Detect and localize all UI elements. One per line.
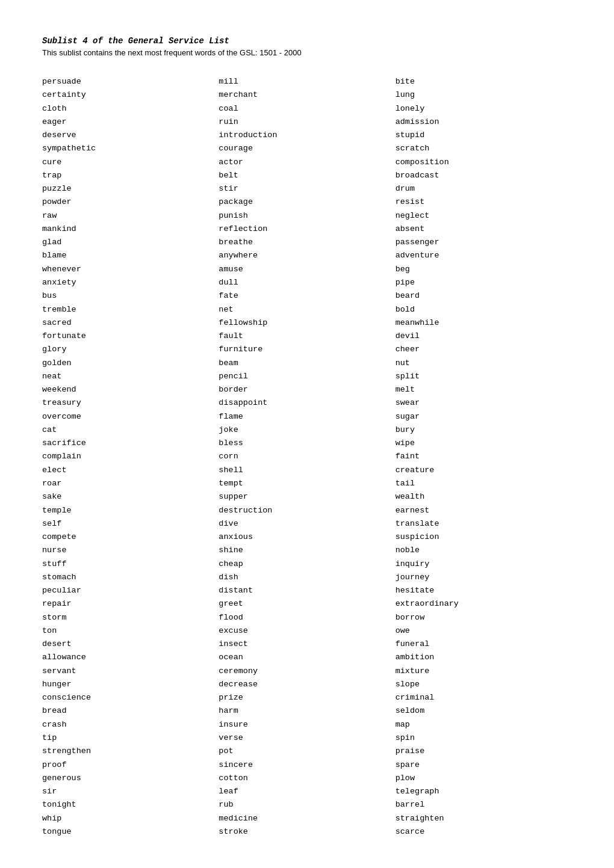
list-item: eager	[42, 115, 219, 129]
column-1: persuadecertaintyclotheagerdeservesympat…	[42, 75, 219, 839]
list-item: whip	[42, 812, 219, 825]
list-item: neglect	[395, 209, 572, 223]
list-item: destruction	[219, 504, 395, 517]
list-item: bury	[395, 423, 572, 437]
list-item: dish	[219, 571, 395, 584]
list-item: split	[395, 370, 572, 383]
list-item: bread	[42, 704, 219, 718]
list-item: stupid	[395, 129, 572, 142]
list-item: admission	[395, 115, 572, 129]
page-header: Sublist 4 of the General Service List Th…	[42, 36, 572, 57]
list-item: stuff	[42, 558, 219, 571]
list-item: funeral	[395, 638, 572, 651]
list-item: generous	[42, 772, 219, 785]
list-item: plow	[395, 772, 572, 785]
list-item: hesitate	[395, 584, 572, 597]
list-item: glad	[42, 236, 219, 249]
list-item: strengthen	[42, 745, 219, 758]
list-item: lung	[395, 88, 572, 102]
list-item: cat	[42, 423, 219, 437]
list-item: wipe	[395, 437, 572, 450]
list-item: fellowship	[219, 316, 395, 330]
list-item: resist	[395, 195, 572, 209]
list-item: ruin	[219, 115, 395, 129]
list-item: whenever	[42, 263, 219, 276]
list-item: journey	[395, 571, 572, 584]
list-item: sake	[42, 490, 219, 503]
list-item: anywhere	[219, 249, 395, 262]
list-item: fortunate	[42, 330, 219, 343]
list-item: shell	[219, 464, 395, 477]
list-item: courage	[219, 142, 395, 155]
list-item: beam	[219, 357, 395, 370]
list-item: sugar	[395, 410, 572, 423]
list-item: tempt	[219, 477, 395, 490]
list-item: sympathetic	[42, 142, 219, 155]
list-item: shine	[219, 544, 395, 557]
list-item: puzzle	[42, 182, 219, 195]
list-item: cheer	[395, 343, 572, 356]
list-item: crash	[42, 718, 219, 731]
list-item: passenger	[395, 236, 572, 249]
list-item: introduction	[219, 129, 395, 142]
list-item: conscience	[42, 691, 219, 704]
list-item: complain	[42, 450, 219, 463]
list-item: servant	[42, 665, 219, 678]
word-columns: persuadecertaintyclotheagerdeservesympat…	[42, 75, 572, 839]
list-item: verse	[219, 731, 395, 745]
list-item: lonely	[395, 102, 572, 115]
list-item: nut	[395, 357, 572, 370]
list-item: blame	[42, 249, 219, 262]
list-item: decrease	[219, 678, 395, 691]
list-item: rub	[219, 798, 395, 811]
list-item: anxious	[219, 531, 395, 544]
column-2: millmerchantcoalruinintroductioncouragea…	[219, 75, 395, 839]
list-item: punish	[219, 209, 395, 223]
list-item: furniture	[219, 343, 395, 356]
list-item: telegraph	[395, 785, 572, 798]
list-item: storm	[42, 611, 219, 624]
list-item: greet	[219, 597, 395, 611]
list-item: cloth	[42, 102, 219, 115]
list-item: stomach	[42, 571, 219, 584]
list-item: slope	[395, 678, 572, 691]
list-item: spare	[395, 759, 572, 772]
list-item: earnest	[395, 504, 572, 517]
list-item: sacrifice	[42, 437, 219, 450]
list-item: mixture	[395, 665, 572, 678]
list-item: owe	[395, 624, 572, 638]
list-item: sincere	[219, 759, 395, 772]
list-item: tip	[42, 731, 219, 745]
list-item: anxiety	[42, 276, 219, 289]
list-item: desert	[42, 638, 219, 651]
list-item: peculiar	[42, 584, 219, 597]
list-item: reflection	[219, 223, 395, 236]
list-item: insect	[219, 638, 395, 651]
list-item: raw	[42, 209, 219, 223]
list-item: elect	[42, 464, 219, 477]
list-item: ton	[42, 624, 219, 638]
list-item: sir	[42, 785, 219, 798]
list-item: package	[219, 195, 395, 209]
list-item: medicine	[219, 812, 395, 825]
list-item: beg	[395, 263, 572, 276]
list-item: fate	[219, 289, 395, 303]
list-item: border	[219, 383, 395, 396]
list-item: stroke	[219, 825, 395, 839]
list-item: flame	[219, 410, 395, 423]
list-item: cheap	[219, 558, 395, 571]
list-item: compete	[42, 531, 219, 544]
list-item: tonight	[42, 798, 219, 811]
list-item: swear	[395, 396, 572, 410]
list-item: flood	[219, 611, 395, 624]
list-item: criminal	[395, 691, 572, 704]
list-item: sacred	[42, 316, 219, 330]
list-item: bold	[395, 303, 572, 316]
list-item: noble	[395, 544, 572, 557]
list-item: harm	[219, 704, 395, 718]
list-item: excuse	[219, 624, 395, 638]
list-item: bite	[395, 75, 572, 88]
list-item: drum	[395, 182, 572, 195]
list-item: barrel	[395, 798, 572, 811]
list-item: trap	[42, 169, 219, 182]
